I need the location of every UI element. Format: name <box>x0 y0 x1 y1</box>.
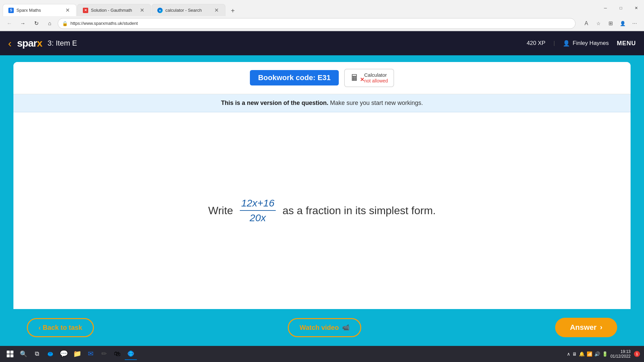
address-bar: ← → ↻ ⌂ 🔒 https://www.sparxmaths.uk/stud… <box>0 16 644 31</box>
new-version-banner: This is a new version of the question. M… <box>13 94 631 112</box>
gauthmath-tab-icon: ✕ <box>83 8 88 13</box>
svg-point-4 <box>129 351 132 357</box>
calculator-label: Calculator <box>364 72 388 78</box>
xp-badge: 420 XP <box>527 40 545 47</box>
bookwork-bar: Bookwork code: E31 🖩 ✕ Calculator not al… <box>13 62 631 94</box>
store-taskbar-button[interactable]: 🛍 <box>111 348 123 360</box>
question-suffix: as a fraction in its simplest form. <box>282 204 436 217</box>
taskbar-system-icons: ∧ 🖥 🔔 📶 🔊 🔋 <box>567 351 608 357</box>
new-tab-button[interactable]: + <box>227 5 238 16</box>
user-info: 👤 Finley Haynes <box>563 40 609 47</box>
collections-button[interactable]: ⊞ <box>605 18 616 29</box>
calculator-x-icon: ✕ <box>360 76 364 83</box>
fraction-numerator: 12x+16 <box>240 197 276 211</box>
question-text: Write 12x+16 20x as a fraction in its si… <box>208 197 436 224</box>
video-icon: 📹 <box>342 324 350 331</box>
edge-taskbar-button[interactable] <box>44 348 56 360</box>
app-header: ‹ sparx 3: Item E 420 XP | 👤 Finley Hayn… <box>0 31 644 55</box>
browser-taskbar-button[interactable] <box>125 348 137 360</box>
tab-sparx-title: Sparx Maths <box>16 8 61 13</box>
tab-gauthmath[interactable]: ✕ Solution - Gauthmath ✕ <box>77 4 151 16</box>
back-nav-button[interactable]: ← <box>4 18 15 29</box>
content-area: Bookwork code: E31 🖩 ✕ Calculator not al… <box>0 55 644 346</box>
tab-calculator-title: calculator - Search <box>165 8 210 13</box>
back-to-task-button[interactable]: ‹ Back to task <box>27 318 94 337</box>
taskbar-right: ∧ 🖥 🔔 📶 🔊 🔋 19:13 01/12/2022 1 <box>567 349 640 359</box>
sparx-tab-icon: S <box>8 8 14 13</box>
files-taskbar-button[interactable]: 📁 <box>71 348 83 360</box>
tab-calculator[interactable]: e calculator - Search ✕ <box>152 4 225 16</box>
taskbar-clock: 19:13 01/12/2022 <box>610 349 631 359</box>
answer-chevron-icon: › <box>600 323 602 332</box>
watch-video-button[interactable]: Watch video 📹 <box>288 318 361 337</box>
taskbar-time-value: 19:13 <box>621 349 631 354</box>
network-icon: 🖥 <box>572 351 577 357</box>
tab-close-calculator[interactable]: ✕ <box>213 7 220 14</box>
battery-icon: 🔋 <box>602 351 608 357</box>
start-button[interactable] <box>4 348 16 360</box>
answer-label: Answer <box>570 323 596 332</box>
translate-button[interactable]: A <box>581 18 592 29</box>
notifications-icon: 🔔 <box>579 351 585 357</box>
calculator-icon: 🖩 <box>350 73 359 83</box>
edge-tab-icon: e <box>157 8 163 13</box>
calculator-badge: 🖩 ✕ Calculator not allowed <box>344 69 394 87</box>
taskbar: 🔍 ⧉ 💬 📁 ✉ ✏ 🛍 ∧ 🖥 🔔 📶 <box>0 346 644 362</box>
messenger-taskbar-button[interactable]: 💬 <box>58 348 70 360</box>
new-version-bold: This is a new version of the question. <box>221 100 328 106</box>
tab-close-gauthmath[interactable]: ✕ <box>139 7 145 14</box>
forward-nav-button[interactable]: → <box>17 18 28 29</box>
sparx-logo: sparx <box>17 38 42 49</box>
url-text: https://www.sparxmaths.uk/student <box>70 21 571 26</box>
chevron-up-icon[interactable]: ∧ <box>567 351 570 357</box>
question-prefix: Write <box>208 204 233 217</box>
mail-taskbar-button[interactable]: ✉ <box>85 348 97 360</box>
calculator-text: Calculator not allowed <box>364 72 388 84</box>
more-button[interactable]: ⋯ <box>629 18 640 29</box>
close-button[interactable]: ✕ <box>629 3 644 13</box>
header-back-button[interactable]: ‹ <box>8 37 12 50</box>
volume-icon: 🔊 <box>594 351 600 357</box>
url-bar[interactable]: 🔒 https://www.sparxmaths.uk/student <box>58 18 576 29</box>
tab-sparx[interactable]: S Sparx Maths ✕ <box>3 4 76 16</box>
fraction-denominator: 20x <box>248 211 267 224</box>
notification-count[interactable]: 1 <box>634 351 640 357</box>
wifi-icon: 📶 <box>587 351 592 357</box>
answer-button[interactable]: Answer › <box>555 318 617 337</box>
lock-icon: 🔒 <box>62 21 68 26</box>
user-name: Finley Haynes <box>573 40 609 47</box>
tab-close-sparx[interactable]: ✕ <box>64 7 71 14</box>
watch-video-label: Watch video <box>300 324 339 331</box>
home-button[interactable]: ⌂ <box>44 18 55 29</box>
profile-button[interactable]: 👤 <box>617 18 628 29</box>
logo-text: sparx <box>17 38 42 49</box>
item-label: 3: Item E <box>48 39 77 48</box>
minimize-button[interactable]: ─ <box>598 3 613 13</box>
svg-point-2 <box>49 352 52 355</box>
refresh-button[interactable]: ↻ <box>31 18 42 29</box>
calculator-not-allowed: not allowed <box>364 78 388 84</box>
coding-taskbar-button[interactable]: ✏ <box>98 348 110 360</box>
user-icon: 👤 <box>563 40 570 47</box>
question-area: Write 12x+16 20x as a fraction in its si… <box>13 112 631 309</box>
new-version-rest: Make sure you start new workings. <box>328 100 423 106</box>
bottom-action-bar: ‹ Back to task Watch video 📹 Answer › <box>13 309 631 346</box>
menu-button[interactable]: MENU <box>617 40 636 47</box>
search-taskbar-button[interactable]: 🔍 <box>17 348 30 360</box>
fraction: 12x+16 20x <box>240 197 276 224</box>
taskbar-date-value: 01/12/2022 <box>610 354 631 359</box>
tab-gauthmath-title: Solution - Gauthmath <box>91 8 136 13</box>
task-view-button[interactable]: ⧉ <box>31 348 43 360</box>
maximize-button[interactable]: □ <box>613 3 629 13</box>
content-card: Bookwork code: E31 🖩 ✕ Calculator not al… <box>13 62 631 309</box>
favorites-button[interactable]: ☆ <box>593 18 604 29</box>
bookwork-code: Bookwork code: E31 <box>250 70 338 85</box>
